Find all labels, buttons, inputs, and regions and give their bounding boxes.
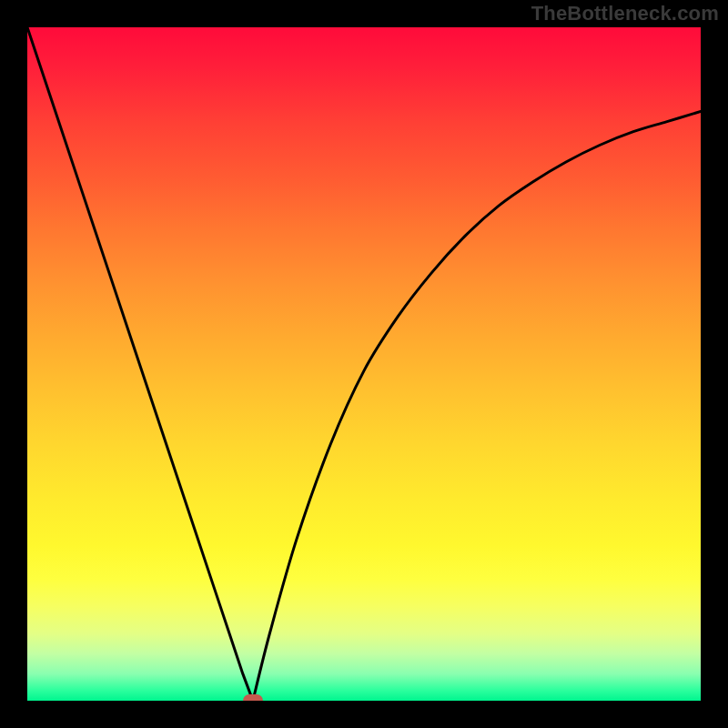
watermark-text: TheBottleneck.com — [531, 2, 719, 25]
minimum-marker — [243, 694, 263, 701]
chart-frame: TheBottleneck.com — [0, 0, 728, 728]
curve-path — [27, 27, 701, 701]
bottleneck-curve — [27, 27, 701, 701]
plot-area — [27, 27, 701, 701]
